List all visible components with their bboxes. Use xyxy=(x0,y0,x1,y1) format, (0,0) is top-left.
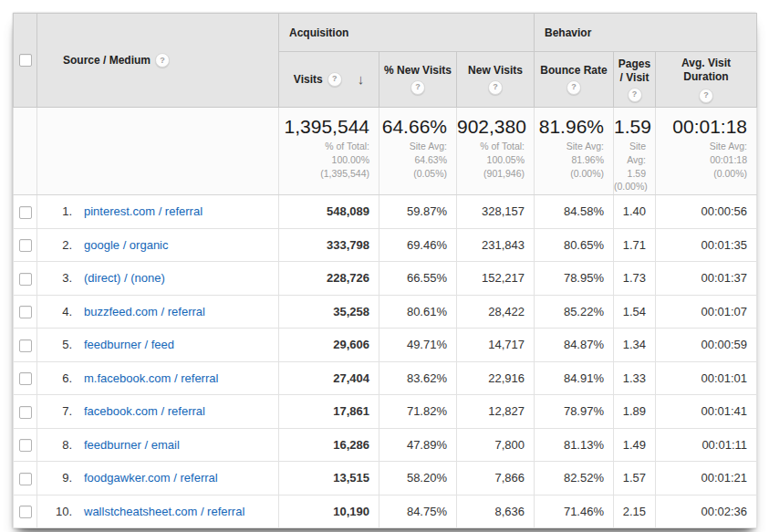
source-medium-link[interactable]: feedburner / email xyxy=(84,438,180,452)
pages-visit-value: 1.71 xyxy=(614,228,656,262)
table-row: 5.feedburner / feed 29,606 49.71% 14,717… xyxy=(14,329,757,362)
row-checkbox[interactable] xyxy=(19,339,32,352)
bounce-rate-value: 78.97% xyxy=(535,395,614,429)
table-row: 7.facebook.com / referral 17,861 71.82% … xyxy=(14,395,757,429)
new-visits-value: 8,636 xyxy=(457,495,535,528)
visits-value: 17,861 xyxy=(279,395,379,429)
visits-value: 29,606 xyxy=(279,329,379,362)
help-icon[interactable]: ? xyxy=(410,80,425,95)
row-checkbox[interactable] xyxy=(19,306,32,318)
bounce-rate-value: 84.58% xyxy=(535,195,614,229)
pct-new-visits-value: 69.46% xyxy=(379,228,457,262)
table-row: 8.feedburner / email 16,286 47.89% 7,800… xyxy=(14,428,757,462)
pct-new-visits-value: 83.62% xyxy=(379,361,457,395)
column-header-pages-visit[interactable]: Pages / Visit ? xyxy=(614,52,656,108)
row-checkbox[interactable] xyxy=(19,506,32,518)
source-medium-link[interactable]: pinterest.com / referral xyxy=(84,204,203,218)
source-medium-link[interactable]: buzzfeed.com / referral xyxy=(84,305,205,318)
summary-row: 1,395,544 % of Total: 100.00% (1,395,544… xyxy=(14,108,757,195)
row-checkbox[interactable] xyxy=(19,273,32,286)
bounce-rate-value: 82.52% xyxy=(535,462,614,495)
new-visits-value: 12,827 xyxy=(457,395,535,429)
row-number: 10. xyxy=(47,505,72,518)
pct-new-visits-value: 58.20% xyxy=(379,462,457,495)
table-row: 4.buzzfeed.com / referral 35,258 80.61% … xyxy=(14,295,757,329)
pct-new-visits-value: 71.82% xyxy=(379,395,457,429)
pct-new-visits-value: 47.89% xyxy=(379,428,457,462)
column-header-source-medium[interactable]: Source / Medium ? xyxy=(37,14,279,108)
source-medium-link[interactable]: google / organic xyxy=(84,238,169,252)
source-medium-link[interactable]: feedburner / feed xyxy=(84,338,174,351)
source-medium-link[interactable]: wallstcheatsheet.com / referral xyxy=(84,505,244,518)
column-header-visits[interactable]: Visits ? ↓ xyxy=(279,52,379,108)
row-checkbox[interactable] xyxy=(19,473,32,485)
bounce-rate-value: 84.91% xyxy=(535,361,614,395)
visits-value: 16,286 xyxy=(279,428,379,462)
pct-new-visits-value: 49.71% xyxy=(379,329,457,362)
help-icon[interactable]: ? xyxy=(699,89,713,103)
row-number: 7. xyxy=(47,404,72,418)
help-icon[interactable]: ? xyxy=(155,53,170,68)
new-visits-value: 328,157 xyxy=(457,195,535,229)
source-medium-link[interactable]: m.facebook.com / referral xyxy=(84,371,218,385)
visits-value: 13,515 xyxy=(279,462,379,495)
visits-value: 10,190 xyxy=(279,495,379,528)
select-all-checkbox[interactable] xyxy=(19,54,32,67)
table-row: 2.google / organic 333,798 69.46% 231,84… xyxy=(14,228,757,262)
help-icon[interactable]: ? xyxy=(566,80,581,95)
summary-visits: 1,395,544 % of Total: 100.00% (1,395,544… xyxy=(279,108,379,195)
column-header-new-visits[interactable]: New Visits ? xyxy=(457,52,535,108)
new-visits-value: 14,717 xyxy=(457,329,535,362)
summary-avg-visit-duration: 00:01:18 Site Avg: 00:01:18 (0.00%) xyxy=(656,108,757,195)
visits-value: 27,404 xyxy=(279,361,379,395)
avg-visit-duration-value: 00:01:07 xyxy=(656,295,757,329)
pages-visit-value: 1.33 xyxy=(614,361,656,395)
new-visits-value: 28,422 xyxy=(457,295,535,329)
visits-value: 228,726 xyxy=(279,262,379,296)
row-checkbox[interactable] xyxy=(19,406,32,419)
sort-descending-icon[interactable]: ↓ xyxy=(358,71,365,89)
pages-visit-value: 2.15 xyxy=(614,495,656,528)
table-row: 3.(direct) / (none) 228,726 66.55% 152,2… xyxy=(14,262,757,296)
group-header-behavior: Behavior xyxy=(535,14,757,52)
avg-visit-duration-value: 00:02:36 xyxy=(656,495,757,528)
source-medium-link[interactable]: (direct) / (none) xyxy=(84,271,165,285)
group-header-acquisition: Acquisition xyxy=(279,14,535,52)
help-icon[interactable]: ? xyxy=(628,88,642,102)
avg-visit-duration-value: 00:01:37 xyxy=(656,262,757,296)
summary-pages-visit: 1.59 Site Avg: 1.59 (0.00%) xyxy=(614,108,656,195)
row-checkbox[interactable] xyxy=(19,206,32,219)
new-visits-value: 152,217 xyxy=(457,262,535,296)
source-medium-label: Source / Medium xyxy=(63,54,151,67)
row-number: 8. xyxy=(47,438,72,452)
source-medium-link[interactable]: facebook.com / referral xyxy=(84,404,205,418)
row-checkbox[interactable] xyxy=(19,439,32,452)
pct-new-visits-value: 59.87% xyxy=(379,195,457,229)
row-checkbox[interactable] xyxy=(19,372,32,385)
bounce-rate-value: 80.65% xyxy=(535,228,614,262)
source-medium-link[interactable]: foodgawker.com / referral xyxy=(84,471,218,485)
bounce-rate-value: 81.13% xyxy=(535,428,614,462)
pct-new-visits-value: 66.55% xyxy=(379,262,457,296)
help-icon[interactable]: ? xyxy=(488,80,503,95)
pages-visit-value: 1.34 xyxy=(614,329,656,362)
summary-pct-new-visits: 64.66% Site Avg: 64.63% (0.05%) xyxy=(379,108,457,195)
column-header-pct-new-visits[interactable]: % New Visits ? xyxy=(379,52,457,108)
new-visits-value: 7,800 xyxy=(457,428,535,462)
column-header-avg-visit-duration[interactable]: Avg. Visit Duration ? xyxy=(656,52,757,108)
table-row: 6.m.facebook.com / referral 27,404 83.62… xyxy=(14,361,757,395)
row-number: 3. xyxy=(47,271,72,285)
pct-new-visits-value: 80.61% xyxy=(379,295,457,329)
visits-value: 333,798 xyxy=(279,228,379,262)
help-icon[interactable]: ? xyxy=(327,72,342,87)
pages-visit-value: 1.40 xyxy=(614,195,656,229)
summary-bounce-rate: 81.96% Site Avg: 81.96% (0.00%) xyxy=(535,108,614,195)
row-number: 2. xyxy=(47,238,72,252)
row-checkbox[interactable] xyxy=(19,239,32,252)
avg-visit-duration-value: 00:00:56 xyxy=(656,195,757,229)
row-number: 4. xyxy=(47,305,72,318)
pages-visit-value: 1.57 xyxy=(614,462,656,495)
pages-visit-value: 1.89 xyxy=(614,395,656,429)
column-header-bounce-rate[interactable]: Bounce Rate ? xyxy=(535,52,614,108)
table-row: 9.foodgawker.com / referral 13,515 58.20… xyxy=(14,462,757,495)
